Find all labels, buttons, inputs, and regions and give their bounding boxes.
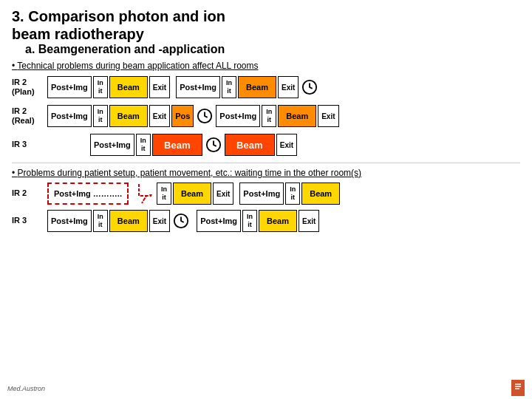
init-r2: Init (262, 105, 276, 127)
postimg-r2: Post+Img (216, 105, 260, 127)
exit-r1: Exit (149, 105, 170, 127)
init-ir3a: Init (136, 134, 151, 156)
init-s2-ir2b: Init (285, 183, 300, 205)
init-s2-ir2: Init (157, 183, 171, 205)
init-s2-ir3: Init (93, 210, 108, 232)
postimg-box: Post+Img (47, 76, 92, 98)
title-block: 3. Comparison photon and ion beam radiot… (12, 7, 520, 56)
ir3-s2-label: IR 3 (12, 216, 47, 225)
pos-box: Pos (171, 105, 194, 127)
exit-box: Exit (149, 76, 170, 98)
ir2-plan-flow: Post+Img Init Beam Exit Post+Img Init Be… (47, 76, 319, 98)
sub-title: a. Beamgeneration and -application (25, 43, 520, 56)
exit-s2-ir3: Exit (149, 210, 170, 232)
postimg-box2: Post+Img (176, 76, 220, 98)
init-box: Init (93, 76, 108, 98)
beam-s2-ir3b: Beam (259, 210, 297, 232)
ir2-plan-row: IR 2(Plan) Post+Img Init Beam Exit Post+… (12, 74, 520, 100)
beam-r2: Beam (278, 105, 316, 127)
ir3-label1: IR 3 (12, 140, 47, 149)
dashed-postimg: Post+Img ……….. (47, 183, 129, 205)
clock-icon (301, 79, 318, 95)
ir2-real-row: IR 2(Real) Post+Img Init Beam Exit Pos P… (12, 103, 520, 129)
postimg-s2-ir3: Post+Img (47, 210, 92, 232)
postimg-s2-ir2b: Post+Img (239, 183, 284, 205)
exit-s2-ir2: Exit (213, 183, 233, 205)
ir3-s2-flow: Post+Img Init Beam Exit Post+Img Init Be… (47, 210, 319, 232)
exit-ir3a: Exit (276, 134, 297, 156)
beam-r1: Beam (109, 105, 148, 127)
exit-box2: Exit (278, 76, 299, 98)
beam-s2-ir3: Beam (109, 210, 148, 232)
init-r1: Init (93, 105, 108, 127)
beam-s2-ir2: Beam (173, 183, 211, 205)
beam-box-orange: Beam (238, 76, 276, 98)
ir2-s2-flow: Post+Img ……….. Init Beam Exit Post+Img I… (47, 181, 340, 206)
main-page: 3. Comparison photon and ion beam radiot… (0, 0, 532, 244)
exit-r2: Exit (318, 105, 338, 127)
bottom-bar: Med.Austron (0, 378, 532, 399)
ir2-s2-row: IR 2 Post+Img ……….. Init Beam Exit Post+… (12, 181, 520, 206)
postimg-s2-ir3b: Post+Img (197, 210, 241, 232)
dashed-arrow-icon (132, 181, 154, 206)
med-austron-logo: Med.Austron (7, 385, 45, 392)
beam-ir3-big2: Beam (225, 134, 275, 156)
main-title: 3. Comparison photon and ion beam radiot… (12, 7, 520, 43)
bullet1: Technical problems during beam applicati… (12, 61, 520, 71)
init-box2: Init (222, 76, 236, 98)
beam-box-yellow: Beam (109, 76, 148, 98)
ir2-real-flow: Post+Img Init Beam Exit Pos Post+Img Ini… (47, 105, 339, 127)
page-indicator (511, 380, 525, 396)
postimg-ir3a: Post+Img (90, 134, 134, 156)
ir3-s2-row: IR 3 Post+Img Init Beam Exit Post+Img In… (12, 208, 520, 233)
svg-marker-3 (149, 194, 152, 197)
bullet2: Problems during patient setup, patient m… (12, 168, 520, 178)
init-s2-ir3b: Init (242, 210, 257, 232)
ir3-row1: IR 3 Post+Img Init Beam Beam Exit (12, 132, 520, 158)
postimg-r1: Post+Img (47, 105, 92, 127)
ir3-flow1: Post+Img Init Beam Beam Exit (47, 134, 297, 156)
ir2-s2-label: IR 2 (12, 188, 47, 198)
clock-icon2 (197, 108, 213, 124)
beam-s2-ir2b: Beam (301, 183, 340, 205)
ir2-real-label: IR 2(Real) (12, 106, 47, 126)
page-icon (513, 381, 523, 395)
section2-diagrams: IR 2 Post+Img ……….. Init Beam Exit Post+… (12, 181, 520, 233)
clock-icon4 (173, 213, 189, 229)
ir2-plan-label: IR 2(Plan) (12, 78, 47, 97)
svg-rect-5 (514, 381, 522, 395)
section-divider (12, 163, 520, 163)
exit-s2-ir3b: Exit (299, 210, 319, 232)
section1-diagrams: IR 2(Plan) Post+Img Init Beam Exit Post+… (12, 74, 520, 158)
clock-icon3 (205, 137, 222, 153)
beam-ir3-big: Beam (152, 134, 202, 156)
